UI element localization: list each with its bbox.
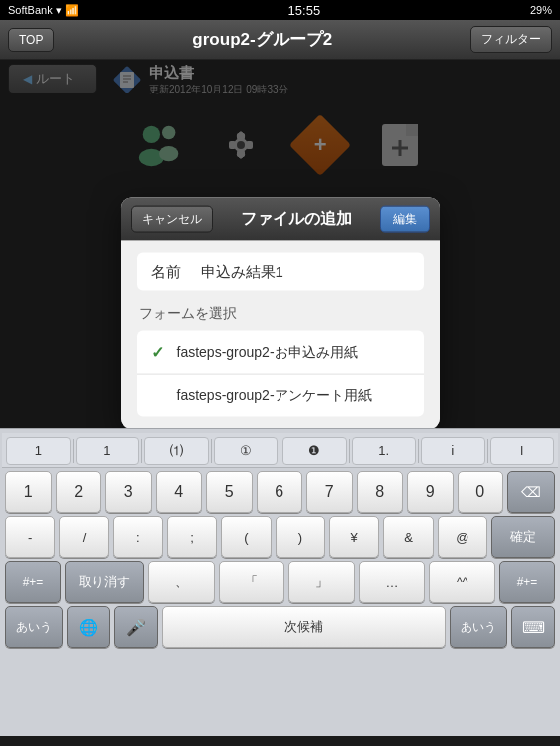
key-6[interactable]: 6 <box>257 471 303 513</box>
form-item-1[interactable]: fasteps-group2-アンケート用紙 <box>137 375 424 417</box>
suggestion-divider-2 <box>141 439 142 463</box>
form-select-label: フォームを選択 <box>137 305 424 323</box>
key-close-bracket[interactable]: 」 <box>288 561 355 603</box>
suggestion-bar: 1 1 ⑴ ① ❶ 1. ⅰ l <box>2 433 558 468</box>
name-field-label: 名前 <box>151 263 181 281</box>
form-item-label-1: fasteps-group2-アンケート用紙 <box>177 387 372 405</box>
key-4[interactable]: 4 <box>156 471 203 513</box>
suggestion-7[interactable]: ⅰ <box>421 437 485 465</box>
suggestion-1[interactable]: 1 <box>6 437 71 465</box>
form-item-label-0: fasteps-group2-お申込み用紙 <box>177 343 358 361</box>
modal-body: 名前 申込み結果1 フォームを選択 ✓ fasteps-group2-お申込み用… <box>121 241 440 428</box>
key-minus[interactable]: - <box>5 516 55 558</box>
key-1[interactable]: 1 <box>5 471 52 513</box>
modal-cancel-button[interactable]: キャンセル <box>131 206 213 233</box>
key-caret-caret[interactable]: ^^ <box>429 561 495 603</box>
suggestion-divider-4 <box>280 439 280 463</box>
kb-row-numbers: 1 2 3 4 5 6 7 8 9 0 ⌫ <box>2 471 558 513</box>
suggestion-3[interactable]: ⑴ <box>144 437 209 465</box>
battery: 29% <box>530 4 552 16</box>
main-content: ◀ ルート 申込書 更新2012年10月12日 09時33分 <box>0 60 560 428</box>
suggestion-divider-6 <box>418 439 419 463</box>
name-row: 名前 申込み結果1 <box>137 253 424 291</box>
key-7[interactable]: 7 <box>306 471 353 513</box>
nav-title: group2-グループ2 <box>192 28 332 51</box>
keyboard-area: 1 1 ⑴ ① ❶ 1. ⅰ l 1 2 3 4 5 6 7 8 9 0 ⌫ -… <box>0 428 560 736</box>
suggestion-2[interactable]: 1 <box>76 437 140 465</box>
key-keyboard[interactable]: ⌨ <box>511 606 555 648</box>
key-confirm[interactable]: 確定 <box>491 516 555 558</box>
back-button[interactable]: TOP <box>8 28 54 52</box>
key-r[interactable]: 「 <box>219 561 285 603</box>
suggestion-divider-7 <box>487 439 488 463</box>
key-next-candidate[interactable]: 次候補 <box>162 606 446 648</box>
suggestion-6[interactable]: 1. <box>352 437 417 465</box>
key-mic[interactable]: 🎤 <box>114 606 158 648</box>
key-yen[interactable]: ¥ <box>329 516 379 558</box>
check-mark-0: ✓ <box>151 343 167 362</box>
suggestion-8[interactable]: l <box>490 437 555 465</box>
key-ellipsis[interactable]: … <box>359 561 426 603</box>
clock: 15:55 <box>288 3 321 18</box>
key-undo[interactable]: 取り消す <box>65 561 144 603</box>
key-ampersand[interactable]: & <box>383 516 433 558</box>
key-0[interactable]: 0 <box>458 471 504 513</box>
nav-bar: TOP group2-グループ2 フィルター <box>0 20 560 60</box>
status-bar: SoftBank ▾ 📶 15:55 29% <box>0 0 560 20</box>
key-3[interactable]: 3 <box>105 471 152 513</box>
modal-header: キャンセル ファイルの追加 編集 <box>121 198 440 241</box>
key-8[interactable]: 8 <box>357 471 404 513</box>
key-colon[interactable]: : <box>113 516 163 558</box>
key-globe[interactable]: 🌐 <box>67 606 110 648</box>
suggestion-5[interactable]: ❶ <box>282 437 347 465</box>
kb-row-symbols: - / : ; ( ) ¥ & @ 確定 <box>2 516 558 558</box>
key-openparen[interactable]: ( <box>221 516 271 558</box>
key-backspace[interactable]: ⌫ <box>507 471 555 513</box>
modal-overlay[interactable]: キャンセル ファイルの追加 編集 名前 申込み結果1 フォームを選択 ✓ fas… <box>0 60 560 428</box>
key-aiueo-right[interactable]: あいう <box>450 606 507 648</box>
key-2[interactable]: 2 <box>56 471 102 513</box>
key-hash-plus-eq[interactable]: #+= <box>5 561 61 603</box>
key-hash-plus-eq-right[interactable]: #+= <box>499 561 555 603</box>
name-field-value[interactable]: 申込み結果1 <box>201 263 283 281</box>
key-slash[interactable]: / <box>59 516 108 558</box>
suggestion-4[interactable]: ① <box>214 437 279 465</box>
modal-edit-button[interactable]: 編集 <box>380 206 430 233</box>
key-5[interactable]: 5 <box>206 471 253 513</box>
modal-title: ファイルの追加 <box>241 209 352 230</box>
key-semicolon[interactable]: ; <box>167 516 217 558</box>
modal-dialog: キャンセル ファイルの追加 編集 名前 申込み結果1 フォームを選択 ✓ fas… <box>121 198 440 428</box>
suggestion-divider-5 <box>349 439 350 463</box>
kb-row-bottom: あいう 🌐 🎤 次候補 あいう ⌨ <box>2 606 558 648</box>
key-at[interactable]: @ <box>438 516 487 558</box>
filter-button[interactable]: フィルター <box>470 26 552 53</box>
form-item-0[interactable]: ✓ fasteps-group2-お申込み用紙 <box>137 331 424 375</box>
kb-row-special: #+= 取り消す 、 「 」 … ^^ #+= <box>2 561 558 603</box>
key-aiueo-left[interactable]: あいう <box>5 606 63 648</box>
carrier-wifi: SoftBank ▾ 📶 <box>8 4 79 17</box>
key-9[interactable]: 9 <box>407 471 454 513</box>
form-list: ✓ fasteps-group2-お申込み用紙 fasteps-group2-ア… <box>137 331 424 417</box>
suggestion-divider-3 <box>211 439 212 463</box>
key-closeparen[interactable]: ) <box>276 516 325 558</box>
suggestion-divider-1 <box>73 439 74 463</box>
key-comma[interactable]: 、 <box>148 561 215 603</box>
